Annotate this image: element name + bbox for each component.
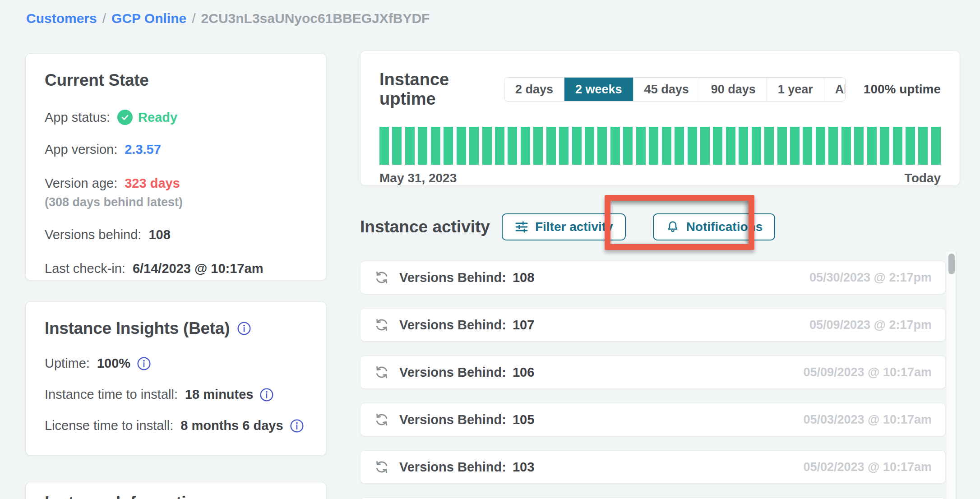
tab-1-year[interactable]: 1 year [767,78,824,101]
bell-icon [666,220,680,234]
instance-insights-title: Instance Insights (Beta) [45,319,230,338]
uptime-value: 100% [97,356,130,371]
uptime-bar [392,127,402,165]
breadcrumb: Customers / GCP Online / 2CU3nL3saUNyoc6… [26,11,430,26]
uptime-bar [431,127,440,165]
uptime-end-label: Today [905,171,941,185]
instance-tti-label: Instance time to install: [45,387,178,402]
refresh-icon [374,270,389,285]
info-circle-icon[interactable] [290,419,304,433]
activity-row-value: 106 [513,365,534,380]
uptime-bar [597,127,607,165]
uptime-bar [854,127,864,165]
activity-scrollbar-thumb[interactable] [948,254,955,274]
current-state-title: Current State [45,71,307,90]
instance-information-title: Instance Information [45,493,307,499]
uptime-bar [764,127,774,165]
uptime-bar [803,127,812,165]
uptime-start-label: May 31, 2023 [379,171,457,185]
breadcrumb-separator: / [192,11,195,26]
uptime-bar [777,127,787,165]
uptime-bar [906,127,915,165]
activity-row: Versions Behind: 107 05/09/2023 @ 2:17pm [360,308,946,342]
version-age-row: Version age: 323 days [45,176,307,191]
app-version-value: 2.3.57 [125,142,161,157]
uptime-bar [405,127,415,165]
version-age-label: Version age: [45,176,117,191]
uptime-range-tabs: 2 days 2 weeks 45 days 90 days 1 year Al… [504,77,846,102]
app-version-label: App version: [45,142,117,157]
uptime-bar [444,127,453,165]
filter-activity-button[interactable]: Filter activity [502,213,626,240]
uptime-bar [662,127,671,165]
instance-information-card: Instance Information [25,482,327,499]
license-tti-label: License time to install: [45,418,173,433]
notifications-label: Notifications [686,220,763,234]
uptime-summary: 100% uptime [864,82,941,97]
info-circle-icon[interactable] [259,388,274,402]
uptime-bar [572,127,582,165]
uptime-bar [752,127,761,165]
uptime-bar [610,127,620,165]
activity-row-timestamp: 05/09/2023 @ 10:17am [803,365,932,379]
tab-all[interactable]: All [824,78,846,101]
activity-row-label: Versions Behind: [399,460,506,475]
uptime-bar [867,127,877,165]
instance-time-to-install-row: Instance time to install: 18 minutes [45,387,307,402]
uptime-bar [790,127,800,165]
uptime-bar [918,127,928,165]
uptime-row: Uptime: 100% [45,356,307,371]
uptime-bar [739,127,748,165]
instance-uptime-card: Instance uptime 2 days 2 weeks 45 days 9… [360,51,960,186]
uptime-bar [649,127,658,165]
tab-2-days[interactable]: 2 days [504,78,564,101]
uptime-bar [880,127,889,165]
uptime-bar [688,127,697,165]
uptime-bar [546,127,556,165]
activity-row: Versions Behind: 105 05/03/2023 @ 10:17a… [360,403,946,436]
uptime-bar [675,127,684,165]
app-status-row: App status: Ready [45,110,307,125]
instance-uptime-title: Instance uptime [379,70,504,109]
breadcrumb-separator: / [102,11,106,26]
info-circle-icon[interactable] [137,356,151,371]
tab-45-days[interactable]: 45 days [633,78,700,101]
notifications-button[interactable]: Notifications [653,213,776,240]
tab-2-weeks[interactable]: 2 weeks [564,78,633,101]
uptime-bar [469,127,479,165]
last-checkin-label: Last check-in: [45,261,125,276]
breadcrumb-customers[interactable]: Customers [26,11,97,26]
activity-row: Versions Behind: 106 05/09/2023 @ 10:17a… [360,356,946,389]
uptime-bar [623,127,633,165]
versions-behind-value: 108 [148,227,170,242]
activity-row-timestamp: 05/03/2023 @ 10:17am [803,413,932,427]
activity-row: Versions Behind: 103 05/02/2023 @ 10:17a… [360,450,946,484]
refresh-icon [374,317,389,333]
activity-row: Versions Behind: 108 05/30/2023 @ 2:17pm [360,261,946,294]
activity-row-label: Versions Behind: [399,365,506,380]
uptime-bar [816,127,825,165]
uptime-bar [841,127,851,165]
breadcrumb-customer-name[interactable]: GCP Online [111,11,186,26]
instance-activity-title: Instance activity [360,217,490,236]
instance-activity-list: Versions Behind: 108 05/30/2023 @ 2:17pm… [360,251,960,499]
uptime-bar [585,127,594,165]
check-circle-icon [117,110,133,125]
version-age-note: (308 days behind latest) [45,195,307,209]
refresh-icon [374,459,389,475]
uptime-bar [828,127,838,165]
uptime-label: Uptime: [45,356,90,371]
versions-behind-label: Versions behind: [45,227,141,242]
app-status-value: Ready [138,110,177,125]
sliders-icon [514,220,529,234]
uptime-bar [636,127,646,165]
uptime-bar [559,127,569,165]
uptime-bar [418,127,427,165]
info-circle-icon[interactable] [237,321,251,336]
activity-row-timestamp: 05/30/2023 @ 2:17pm [809,271,932,285]
tab-90-days[interactable]: 90 days [700,78,767,101]
uptime-bar [700,127,710,165]
current-state-card: Current State App status: Ready App vers… [25,53,327,281]
last-checkin-value: 6/14/2023 @ 10:17am [133,261,263,276]
uptime-bar [508,127,517,165]
